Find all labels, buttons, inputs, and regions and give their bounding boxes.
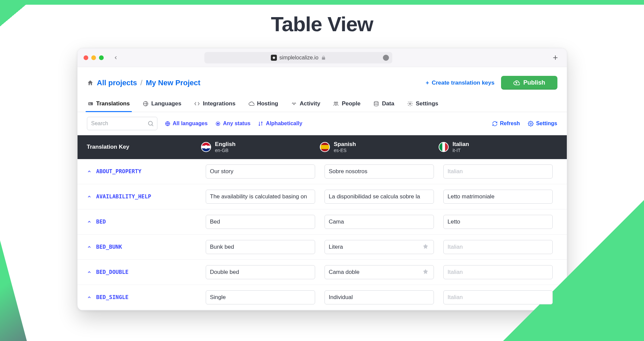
translation-input-en[interactable] [206,290,315,304]
translation-input-en[interactable] [206,240,315,254]
svg-rect-1 [89,103,90,104]
translation-input-es[interactable] [325,265,434,279]
lang-name: English [215,141,236,148]
translation-input-it[interactable] [443,190,553,204]
th-lang-spanish[interactable]: Spanish es-ES [320,141,439,153]
sort-control[interactable]: Alphabetically [258,120,302,127]
lang-name: Italian [453,141,469,148]
auto-translate-icon[interactable] [422,243,429,251]
target-icon [215,121,221,127]
tab-activity[interactable]: Activity [290,98,321,112]
table-header: Translation Key English en-GB Spanish es… [78,135,567,159]
th-translation-key: Translation Key [87,144,201,150]
translation-input-en[interactable] [206,265,315,279]
reader-mode-icon[interactable] [383,55,389,61]
translation-key[interactable]: BED [96,218,106,225]
translation-input-en[interactable] [206,215,315,229]
tab-translations[interactable]: Translations [87,98,131,112]
tab-people[interactable]: People [332,98,361,112]
tab-hosting[interactable]: Hosting [248,98,279,112]
translation-input-es[interactable] [325,215,434,229]
nav-tabs: TranslationsLanguagesIntegrationsHosting… [78,95,567,112]
translation-key[interactable]: ABOUT_PROPERTY [96,168,142,175]
filter-languages-label: All languages [173,120,208,127]
tab-languages[interactable]: Languages [142,98,182,112]
translation-input-it[interactable] [443,164,553,179]
tab-label: Data [382,100,394,107]
th-lang-english[interactable]: English en-GB [201,141,320,153]
translation-input-it[interactable] [443,240,553,254]
translation-input-es[interactable] [325,190,434,204]
svg-point-7 [409,103,411,105]
table-row: BED_DOUBLE [78,260,567,285]
translation-input-it[interactable] [443,265,553,279]
filter-languages[interactable]: All languages [165,120,208,127]
expand-row-icon[interactable] [87,245,92,249]
publish-button[interactable]: Publish [501,76,557,90]
expand-row-icon[interactable] [87,194,92,199]
translation-key[interactable]: AVAILABILITY_HELP [96,193,151,200]
browser-back-button[interactable] [108,55,123,60]
maximize-window-button[interactable] [99,55,104,60]
tab-integrations[interactable]: Integrations [193,98,236,112]
expand-row-icon[interactable] [87,270,92,275]
translation-input-it[interactable] [443,290,553,304]
gear-icon [528,121,534,127]
table-settings-button[interactable]: Settings [528,120,557,127]
browser-window: ◆ simplelocalize.io + All projects / My … [77,48,567,310]
lang-code: en-GB [215,148,236,153]
table-settings-label: Settings [536,120,557,127]
window-controls [84,55,104,60]
translation-input-es[interactable] [325,240,434,254]
breadcrumb-all-projects[interactable]: All projects [97,79,137,87]
tab-settings[interactable]: Settings [406,98,439,112]
minimize-window-button[interactable] [91,55,96,60]
breadcrumb-project[interactable]: My New Project [146,79,200,87]
tab-label: People [342,100,360,107]
refresh-label: Refresh [500,120,520,127]
table-row: BED_BUNK [78,235,567,260]
filter-status[interactable]: Any status [215,120,251,127]
breadcrumb-separator: / [140,79,142,87]
url-text: simplelocalize.io [280,55,319,61]
tab-label: Settings [416,100,438,107]
translation-input-es[interactable] [325,164,434,179]
tab-label: Activity [300,100,320,107]
th-lang-italian[interactable]: Italian it-IT [439,141,557,153]
address-bar[interactable]: ◆ simplelocalize.io [204,52,392,63]
translation-key[interactable]: BED_SINGLE [96,294,129,300]
new-tab-button[interactable]: + [550,52,560,63]
translation-input-es[interactable] [325,290,434,304]
auto-translate-icon[interactable] [422,269,429,276]
tab-icon [88,101,94,107]
translation-input-en[interactable] [206,190,315,204]
expand-row-icon[interactable] [87,169,92,174]
translation-input-en[interactable] [206,164,315,179]
flag-es-icon [320,142,330,152]
home-icon[interactable] [87,80,94,86]
plus-icon: + [426,80,429,86]
table-row: AVAILABILITY_HELP [78,184,567,209]
filter-status-label: Any status [223,120,251,127]
tab-icon [194,101,200,107]
site-favicon-icon: ◆ [271,55,277,61]
refresh-button[interactable]: Refresh [492,120,520,127]
create-translation-keys-button[interactable]: + Create translation keys [426,80,494,86]
translation-key[interactable]: BED_BUNK [96,244,122,250]
tab-data[interactable]: Data [373,98,395,112]
translation-key[interactable]: BED_DOUBLE [96,269,129,275]
svg-point-5 [336,102,338,104]
svg-point-13 [530,123,532,124]
expand-row-icon[interactable] [87,220,92,224]
tab-icon [291,101,297,107]
translation-input-it[interactable] [443,215,553,229]
tab-label: Hosting [257,100,278,107]
table-toolbar: All languages Any status Alphabetically … [78,112,567,135]
search-input[interactable] [87,117,157,130]
tab-icon [333,101,339,107]
close-window-button[interactable] [84,55,88,60]
svg-point-12 [217,123,218,124]
tab-label: Translations [96,100,130,107]
lang-code: it-IT [453,148,469,153]
expand-row-icon[interactable] [87,295,92,300]
